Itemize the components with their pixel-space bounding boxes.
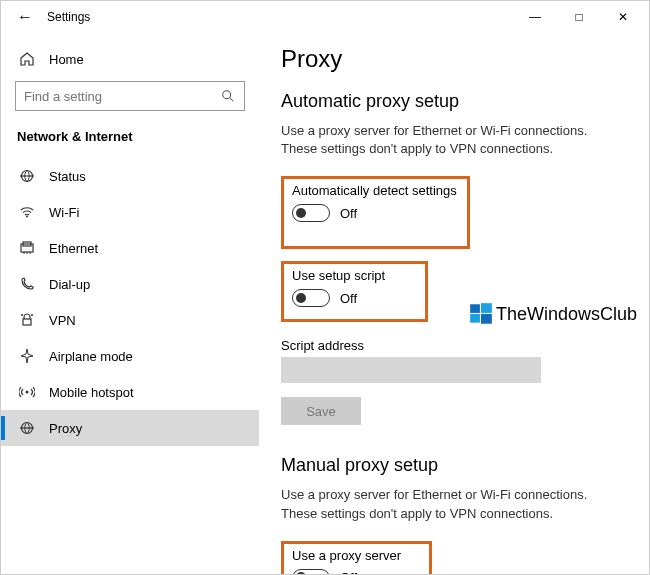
home-link[interactable]: Home [1,45,259,77]
status-icon [19,168,35,184]
auto-heading: Automatic proxy setup [281,91,621,112]
back-icon[interactable]: ← [17,8,33,26]
vpn-icon [19,312,35,328]
svg-point-0 [223,91,231,99]
sidebar-item-label: VPN [49,313,76,328]
sidebar-item-status[interactable]: Status [1,158,259,194]
hotspot-icon [19,384,35,400]
minimize-button[interactable]: — [513,2,557,32]
svg-point-12 [31,314,33,316]
svg-point-13 [26,391,29,394]
sidebar-item-dialup[interactable]: Dial-up [1,266,259,302]
sidebar-section-title: Network & Internet [1,123,259,158]
search-icon [220,88,236,104]
settings-window: ← Settings — □ ✕ Home [0,0,650,575]
proxy-icon [19,420,35,436]
sidebar-item-label: Proxy [49,421,82,436]
manual-desc: Use a proxy server for Ethernet or Wi-Fi… [281,486,621,522]
sidebar-item-label: Dial-up [49,277,90,292]
page-title: Proxy [281,45,621,73]
manual-heading: Manual proxy setup [281,455,621,476]
use-proxy-label: Use a proxy server [292,548,401,563]
svg-line-1 [230,98,234,102]
watermark-text: TheWindowsClub [496,304,637,325]
script-address-input[interactable] [281,357,541,383]
sidebar-nav: Status Wi-Fi Ethernet Dial-up VPN [1,158,259,446]
auto-detect-state: Off [340,206,357,221]
svg-rect-18 [470,314,480,323]
sidebar-item-label: Mobile hotspot [49,385,134,400]
sidebar-item-ethernet[interactable]: Ethernet [1,230,259,266]
use-proxy-toggle[interactable] [292,569,330,574]
use-script-label: Use setup script [292,268,385,283]
dialup-icon [19,276,35,292]
auto-detect-toggle[interactable] [292,204,330,222]
save-button[interactable]: Save [281,397,361,425]
sidebar-item-wifi[interactable]: Wi-Fi [1,194,259,230]
ethernet-icon [19,240,35,256]
maximize-button[interactable]: □ [557,2,601,32]
close-button[interactable]: ✕ [601,2,645,32]
sidebar-item-label: Ethernet [49,241,98,256]
home-label: Home [49,52,84,67]
sidebar-item-label: Status [49,169,86,184]
frame-use-script: Use setup script Off [281,261,428,322]
use-script-state: Off [340,291,357,306]
sidebar-item-label: Airplane mode [49,349,133,364]
sidebar-item-hotspot[interactable]: Mobile hotspot [1,374,259,410]
svg-point-11 [21,314,23,316]
frame-auto-detect: Automatically detect settings Off [281,176,470,249]
sidebar: Home Network & Internet Status Wi [1,33,259,574]
svg-rect-19 [481,314,492,324]
use-proxy-state: Off [340,570,357,574]
auto-detect-label: Automatically detect settings [292,183,457,198]
main-panel: Proxy Automatic proxy setup Use a proxy … [259,33,649,574]
window-title: Settings [47,10,90,24]
sidebar-item-label: Wi-Fi [49,205,79,220]
windows-logo-icon [468,301,494,327]
sidebar-item-proxy[interactable]: Proxy [1,410,259,446]
auto-desc: Use a proxy server for Ethernet or Wi-Fi… [281,122,621,158]
airplane-icon [19,348,35,364]
home-icon [19,51,35,67]
svg-point-4 [26,216,28,218]
svg-rect-10 [23,319,31,325]
watermark: TheWindowsClub [468,301,637,327]
wifi-icon [19,204,35,220]
sidebar-item-vpn[interactable]: VPN [1,302,259,338]
search-field[interactable] [24,89,220,104]
svg-rect-16 [470,304,480,313]
frame-use-proxy: Use a proxy server Off [281,541,432,574]
titlebar: ← Settings — □ ✕ [1,1,649,33]
use-script-toggle[interactable] [292,289,330,307]
search-input[interactable] [15,81,245,111]
sidebar-item-airplane[interactable]: Airplane mode [1,338,259,374]
svg-rect-17 [481,303,492,313]
script-address-label: Script address [281,338,621,353]
